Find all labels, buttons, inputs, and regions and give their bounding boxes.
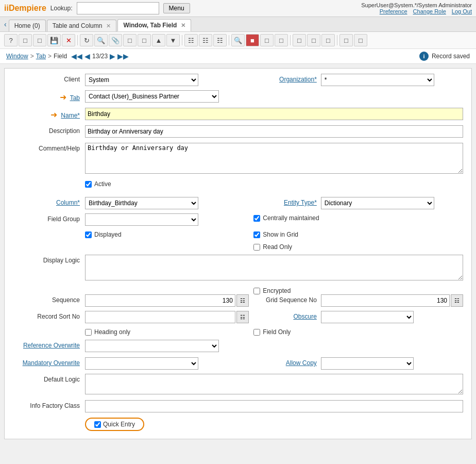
show-in-grid-checkbox[interactable]	[253, 231, 260, 238]
mandatory-select[interactable]	[85, 357, 198, 370]
field-only-checkbox-row: Field Only	[253, 327, 291, 336]
heading-only-checkbox[interactable]	[85, 329, 92, 336]
nav-next[interactable]: ▶	[110, 52, 115, 60]
preference-link[interactable]: Preference	[380, 8, 407, 14]
sequence-btn[interactable]: ☷	[236, 294, 249, 307]
entity-type-select[interactable]: Dictionary	[321, 197, 434, 209]
displayed-label: Displayed	[94, 231, 122, 238]
toolbar-lock[interactable]: ■	[246, 34, 259, 46]
toolbar-tree[interactable]: ☷	[213, 34, 227, 46]
toolbar-options[interactable]: □	[354, 34, 367, 46]
toolbar-print[interactable]: □	[339, 34, 353, 46]
active-checkbox[interactable]	[85, 181, 92, 188]
toolbar-new[interactable]: □	[19, 34, 32, 46]
breadcrumb-tab[interactable]: Tab	[36, 53, 46, 60]
obscure-label: Obscure	[249, 311, 321, 320]
column-select[interactable]: Birthday_Birthday	[85, 197, 198, 209]
name-arrow: ➜	[50, 110, 57, 120]
toolbar-workflow[interactable]: □	[307, 34, 320, 46]
mandatory-label: Mandatory Overwrite	[13, 357, 85, 367]
default-logic-textarea[interactable]	[85, 374, 463, 394]
quick-entry-checkbox[interactable]	[94, 421, 101, 428]
read-only-checkbox[interactable]	[253, 244, 260, 251]
toolbar-find[interactable]: 🔍	[94, 34, 108, 46]
toolbar-copy[interactable]: □	[33, 34, 46, 46]
comment-textarea[interactable]: Birthday or Anniversary day	[85, 143, 463, 174]
name-input[interactable]	[85, 108, 463, 120]
col-grid-sequence: Grid Sequence No ☷	[249, 294, 463, 307]
tab-table-column-close[interactable]: ✕	[106, 23, 111, 29]
field-only-checkbox[interactable]	[253, 329, 260, 336]
client-select[interactable]: System	[85, 74, 198, 86]
info-icon: i	[419, 52, 429, 61]
display-logic-textarea[interactable]	[85, 255, 463, 280]
allow-copy-select[interactable]	[321, 357, 414, 370]
change-role-link[interactable]: Change Role	[413, 8, 446, 14]
tab-window-tab-field[interactable]: Window, Tab Field ✕	[117, 19, 191, 31]
info-factory-field	[85, 400, 463, 412]
nav-last[interactable]: ▶▶	[117, 52, 129, 60]
org-select[interactable]: *	[321, 74, 434, 86]
col-org: Organization* *	[249, 74, 463, 86]
displayed-field: Displayed	[85, 230, 243, 238]
toolbar-delete[interactable]: ✕	[62, 34, 75, 46]
nav-first[interactable]: ◀◀	[71, 52, 82, 60]
obscure-select[interactable]	[321, 311, 414, 323]
grid-sequence-label: Grid Sequence No	[249, 294, 321, 304]
nav-prev[interactable]: ◀	[84, 52, 90, 60]
record-sort-input[interactable]	[85, 311, 235, 323]
toolbar-grid[interactable]: ☷	[184, 34, 198, 46]
col-heading-only: Heading only	[13, 327, 243, 336]
toolbar-up[interactable]: ▲	[152, 34, 165, 46]
centrally-maintained-checkbox[interactable]	[253, 215, 260, 222]
tab-table-column[interactable]: Table and Column ✕	[47, 20, 117, 31]
grid-sequence-btn[interactable]: ☷	[451, 294, 463, 307]
comment-field: Birthday or Anniversary day	[85, 143, 463, 175]
heading-only-checkbox-row: Heading only	[85, 327, 243, 336]
fieldgroup-select[interactable]	[85, 213, 198, 226]
toolbar-search[interactable]: 🔍	[231, 34, 245, 46]
top-bar-right: SuperUser@System.*/System Administrator …	[361, 2, 472, 14]
tab-nav-left[interactable]: ‹	[2, 18, 9, 30]
quick-entry-highlight: Quick Entry	[85, 418, 144, 431]
toolbar-export[interactable]: □	[260, 34, 274, 46]
toolbar-down[interactable]: ▼	[166, 34, 180, 46]
toolbar-report[interactable]: □	[321, 34, 335, 46]
col-encrypted: Encrypted	[243, 286, 463, 294]
toolbar-import[interactable]: □	[275, 34, 288, 46]
tab-home[interactable]: Home (0)	[9, 20, 46, 31]
displayed-checkbox[interactable]	[85, 231, 92, 238]
col-centrally: Centrally maintained	[243, 213, 463, 222]
active-field: Active	[85, 179, 463, 188]
toolbar-form[interactable]: ☷	[199, 34, 212, 46]
active-label: Active	[94, 180, 111, 188]
record-sort-btn[interactable]: ☷	[236, 311, 249, 323]
col-sequence: Sequence ☷	[13, 294, 249, 307]
row-sequence: Sequence ☷ Grid Sequence No ☷	[13, 294, 463, 307]
toolbar-zoom[interactable]: □	[293, 34, 306, 46]
col-record-sort: Record Sort No ☷	[13, 311, 249, 323]
menu-button[interactable]: Menu	[163, 3, 190, 13]
lookup-input[interactable]	[77, 2, 159, 14]
allow-copy-label: Allow Copy	[249, 357, 321, 367]
toolbar-help[interactable]: ?	[4, 34, 18, 46]
sequence-input[interactable]	[85, 294, 235, 307]
breadcrumb-window[interactable]: Window	[6, 53, 28, 60]
info-factory-input[interactable]	[85, 400, 463, 412]
encrypted-checkbox[interactable]	[253, 288, 260, 294]
tab-select[interactable]: Contact (User)_Business Partner	[85, 90, 219, 103]
toolbar-attach[interactable]: 📎	[109, 34, 122, 46]
grid-sequence-input[interactable]	[321, 294, 450, 307]
tab-window-tab-field-close[interactable]: ✕	[181, 22, 185, 29]
form-area: Client System Organization* *	[5, 69, 471, 439]
toolbar-toggle[interactable]: □	[138, 34, 151, 46]
logout-link[interactable]: Log Out	[452, 8, 472, 14]
toolbar-refresh[interactable]: ↻	[80, 34, 93, 46]
description-input[interactable]	[85, 125, 463, 138]
toolbar-archive[interactable]: □	[123, 34, 137, 46]
col-entity-type: Entity Type* Dictionary	[249, 197, 463, 209]
showingrid-checkbox-row: Show in Grid	[253, 230, 298, 238]
displayed-spacer	[13, 230, 85, 232]
reference-overwrite-select[interactable]	[85, 340, 219, 352]
toolbar-save[interactable]: 💾	[47, 34, 61, 46]
